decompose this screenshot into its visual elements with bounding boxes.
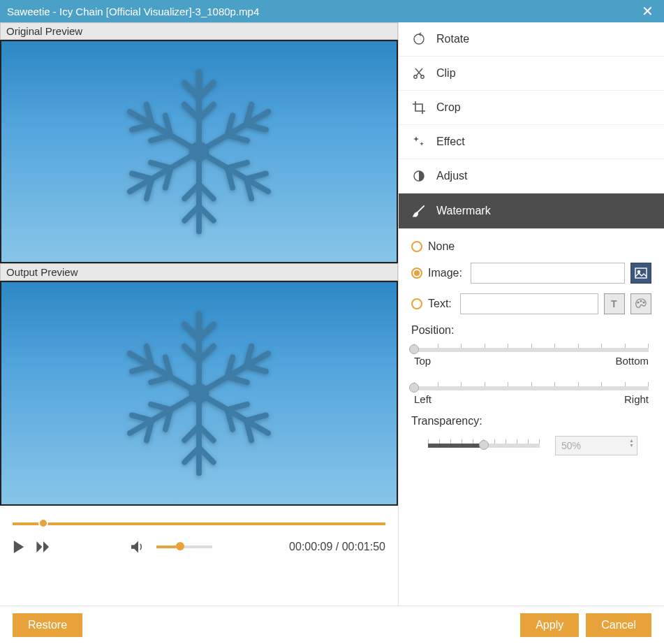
transparency-value[interactable]: 50% ▲▼ [555, 436, 637, 455]
original-preview-label: Original Preview [0, 22, 398, 40]
original-preview [0, 40, 398, 263]
tab-effect[interactable]: Effect [399, 125, 664, 159]
tab-adjust[interactable]: Adjust [399, 159, 664, 193]
left-label: Left [414, 393, 431, 405]
tab-crop-label: Crop [436, 101, 461, 114]
right-label: Right [624, 393, 649, 405]
top-label: Top [414, 355, 431, 367]
watermark-panel: None Image: Text: T [399, 229, 664, 462]
bottom-label: Bottom [615, 355, 649, 367]
svg-text:T: T [611, 298, 617, 309]
svg-line-65 [417, 68, 423, 75]
crop-icon [412, 101, 426, 115]
tab-crop[interactable]: Crop [399, 91, 664, 125]
window-title: Saweetie - Icy Chain [Official Visualize… [7, 6, 259, 17]
svg-point-62 [414, 34, 424, 44]
timeline-handle[interactable] [38, 518, 48, 528]
text-style-button[interactable]: T [604, 293, 625, 314]
svg-point-61 [192, 386, 207, 401]
radio-none[interactable] [411, 241, 422, 252]
tab-rotate[interactable]: Rotate [399, 22, 664, 57]
volume-slider[interactable] [156, 546, 212, 548]
svg-rect-69 [635, 268, 647, 278]
svg-point-64 [421, 75, 424, 78]
footer: Restore Apply Cancel [0, 606, 664, 644]
title-bar: Saweetie - Icy Chain [Official Visualize… [0, 0, 664, 22]
tab-adjust-label: Adjust [436, 170, 467, 182]
svg-point-74 [643, 302, 644, 303]
tab-clip-label: Clip [436, 67, 456, 80]
palette-icon [635, 298, 647, 309]
snowflake-icon [108, 61, 290, 242]
rotate-icon [412, 32, 426, 46]
radio-text-label: Text: [428, 298, 452, 310]
color-picker-button[interactable] [630, 293, 651, 314]
output-preview-label: Output Preview [0, 263, 398, 281]
browse-image-button[interactable] [630, 263, 651, 284]
sparkle-icon [412, 135, 426, 149]
tab-watermark-label: Watermark [436, 205, 491, 217]
scissors-icon [412, 66, 426, 80]
position-label: Position: [411, 324, 651, 337]
tab-watermark[interactable]: Watermark [399, 193, 664, 229]
svg-point-30 [192, 145, 207, 159]
output-preview [0, 281, 398, 506]
volume-icon[interactable] [131, 541, 145, 553]
snowflake-icon [108, 302, 290, 484]
cancel-button[interactable]: Cancel [586, 613, 651, 637]
play-icon[interactable] [13, 541, 25, 553]
svg-point-72 [637, 302, 639, 303]
brush-icon [411, 203, 427, 219]
image-path-input[interactable] [471, 263, 625, 284]
transparency-handle[interactable] [479, 440, 489, 450]
vertical-position-handle[interactable] [409, 344, 419, 354]
tab-clip[interactable]: Clip [399, 57, 664, 91]
picture-icon [635, 268, 647, 279]
radio-image-label: Image: [428, 267, 462, 279]
transparency-label: Transparency: [411, 415, 651, 427]
vertical-position-slider[interactable] [414, 348, 649, 352]
spinner-icon[interactable]: ▲▼ [629, 438, 634, 448]
horizontal-position-handle[interactable] [409, 383, 419, 393]
radio-none-label: None [428, 240, 455, 253]
tab-rotate-label: Rotate [436, 33, 469, 45]
svg-point-63 [414, 75, 417, 78]
timecode: 00:00:09 / 00:01:50 [289, 541, 385, 553]
transparency-slider[interactable] [428, 444, 540, 448]
close-icon[interactable]: ✕ [637, 3, 657, 20]
fast-forward-icon[interactable] [36, 541, 50, 552]
preview-pane: Original Preview Output Preview [0, 22, 399, 606]
timeline-slider[interactable] [13, 522, 385, 525]
contrast-icon [412, 169, 426, 183]
apply-button[interactable]: Apply [520, 613, 579, 637]
svg-point-73 [640, 300, 642, 302]
radio-text[interactable] [411, 298, 422, 309]
text-icon: T [609, 298, 620, 309]
volume-handle[interactable] [176, 542, 184, 550]
svg-line-68 [418, 205, 425, 212]
text-watermark-input[interactable] [460, 293, 598, 314]
restore-button[interactable]: Restore [13, 613, 82, 637]
horizontal-position-slider[interactable] [414, 386, 649, 390]
current-time: 00:00:09 [289, 541, 332, 552]
radio-image[interactable] [411, 268, 422, 279]
svg-line-66 [415, 68, 422, 75]
tab-effect-label: Effect [436, 136, 465, 148]
total-time: 00:01:50 [342, 541, 385, 552]
